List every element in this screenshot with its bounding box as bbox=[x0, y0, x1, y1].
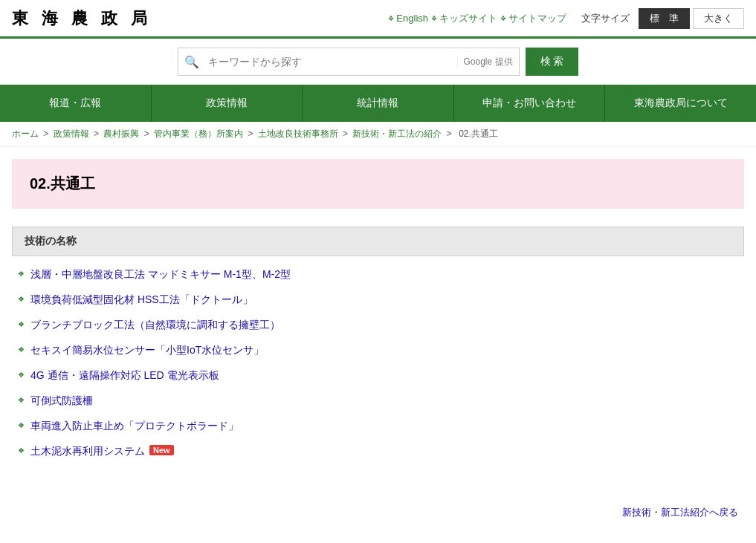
list-item: 浅層・中層地盤改良工法 マッドミキサー M-1型、M-2型 bbox=[18, 268, 738, 282]
list-item: 可倒式防護柵 bbox=[18, 394, 738, 408]
breadcrumb-office[interactable]: 管内事業（務）所案内 bbox=[154, 129, 243, 139]
list-item: ブランチブロック工法（自然環境に調和する擁壁工） bbox=[18, 319, 738, 332]
google-label: Google 提供 bbox=[457, 56, 519, 68]
list-item: 環境負荷低減型固化材 HSS工法「ドクトール」 bbox=[18, 293, 738, 307]
link-2[interactable]: 環境負荷低減型固化材 HSS工法「ドクトール」 bbox=[30, 293, 253, 307]
list-item: 4G 通信・遠隔操作対応 LED 電光表示板 bbox=[18, 369, 738, 383]
english-link[interactable]: English bbox=[388, 13, 428, 24]
table-header: 技術の名称 bbox=[12, 227, 744, 256]
font-large-button[interactable]: 大きく bbox=[693, 8, 744, 29]
nav-item-policy[interactable]: 政策情報 bbox=[152, 85, 303, 122]
search-button[interactable]: 検 索 bbox=[526, 48, 579, 76]
list-item: 土木泥水再利用システム New bbox=[18, 445, 738, 458]
list-item: 車両進入防止車止め「プロテクトボラード」 bbox=[18, 420, 738, 433]
breadcrumb-current: 02.共通工 bbox=[459, 129, 498, 139]
footer-link-area: 新技術・新工法紹介へ戻る bbox=[0, 491, 756, 534]
nav-item-about[interactable]: 東海農政局について bbox=[605, 85, 756, 122]
nav-item-news[interactable]: 報道・広報 bbox=[0, 85, 152, 122]
breadcrumb-sep-5: > bbox=[447, 129, 454, 139]
back-link[interactable]: 新技術・新工法紹介へ戻る bbox=[622, 507, 738, 518]
kids-site-link[interactable]: キッズサイト bbox=[431, 12, 497, 25]
breadcrumb-policy[interactable]: 政策情報 bbox=[54, 129, 89, 139]
breadcrumb-sep-4: > bbox=[343, 129, 350, 139]
nav-item-stats[interactable]: 統計情報 bbox=[303, 85, 454, 122]
header-right: English キッズサイト サイトマップ 文字サイズ 標 準 大きく bbox=[388, 8, 744, 29]
site-header: 東 海 農 政 局 English キッズサイト サイトマップ 文字サイズ 標 … bbox=[0, 0, 756, 39]
breadcrumb-sep-0: > bbox=[43, 129, 51, 139]
nav-item-contact[interactable]: 申請・お問い合わせ bbox=[454, 85, 606, 122]
breadcrumb-land[interactable]: 土地改良技術事務所 bbox=[258, 129, 338, 139]
search-input[interactable] bbox=[205, 56, 457, 68]
search-bar: 🔍 Google 提供 検 索 bbox=[0, 39, 756, 85]
nav-bar: 報道・広報 政策情報 統計情報 申請・お問い合わせ 東海農政局について bbox=[0, 85, 756, 122]
search-inner: 🔍 Google 提供 bbox=[178, 48, 520, 76]
search-icon: 🔍 bbox=[178, 55, 205, 69]
link-5[interactable]: 4G 通信・遠隔操作対応 LED 電光表示板 bbox=[30, 369, 219, 383]
page-title: 02.共通工 bbox=[30, 174, 726, 194]
font-size-label: 文字サイズ bbox=[581, 12, 630, 25]
content-area: 技術の名称 浅層・中層地盤改良工法 マッドミキサー M-1型、M-2型 環境負荷… bbox=[0, 221, 756, 476]
page-title-area: 02.共通工 bbox=[12, 159, 744, 209]
breadcrumb-new-tech[interactable]: 新技術・新工法の紹介 bbox=[352, 129, 442, 139]
breadcrumb-home[interactable]: ホーム bbox=[12, 129, 39, 139]
breadcrumb: ホーム > 政策情報 > 農村振興 > 管内事業（務）所案内 > 土地改良技術事… bbox=[0, 122, 756, 147]
header-links: English キッズサイト サイトマップ bbox=[388, 12, 569, 25]
font-standard-button[interactable]: 標 準 bbox=[639, 8, 690, 29]
new-badge: New bbox=[149, 445, 174, 455]
link-1[interactable]: 浅層・中層地盤改良工法 マッドミキサー M-1型、M-2型 bbox=[30, 268, 291, 282]
list-item: セキスイ簡易水位センサー「小型IoT水位センサ」 bbox=[18, 344, 738, 357]
link-list: 浅層・中層地盤改良工法 マッドミキサー M-1型、M-2型 環境負荷低減型固化材… bbox=[12, 268, 744, 458]
site-title: 東 海 農 政 局 bbox=[12, 7, 152, 30]
breadcrumb-sep-2: > bbox=[144, 129, 152, 139]
link-3[interactable]: ブランチブロック工法（自然環境に調和する擁壁工） bbox=[30, 319, 280, 332]
breadcrumb-rural[interactable]: 農村振興 bbox=[103, 129, 139, 139]
sitemap-link[interactable]: サイトマップ bbox=[500, 12, 566, 25]
breadcrumb-sep-3: > bbox=[248, 129, 255, 139]
breadcrumb-sep-1: > bbox=[94, 129, 101, 139]
link-8[interactable]: 土木泥水再利用システム bbox=[30, 445, 145, 458]
link-6[interactable]: 可倒式防護柵 bbox=[30, 394, 93, 408]
link-7[interactable]: 車両進入防止車止め「プロテクトボラード」 bbox=[30, 420, 249, 433]
link-4[interactable]: セキスイ簡易水位センサー「小型IoT水位センサ」 bbox=[30, 344, 264, 357]
